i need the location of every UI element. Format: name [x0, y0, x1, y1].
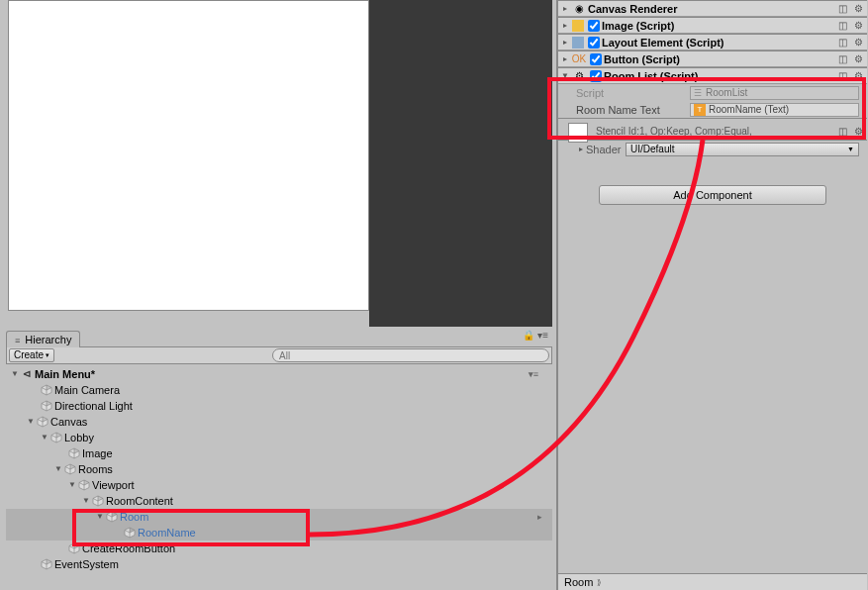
- shader-row: ▸ Shader UI/Default ▼: [558, 141, 867, 157]
- hierarchy-item-image[interactable]: Image: [6, 445, 552, 461]
- gear-icon[interactable]: ⚙: [851, 36, 865, 49]
- component-room-list[interactable]: ▼ ⚙ Room List (Script) ◫ ⚙: [558, 67, 867, 84]
- create-dropdown[interactable]: Create ▾: [9, 348, 54, 362]
- inspector-breadcrumb[interactable]: Room ⟫: [558, 573, 867, 590]
- gear-icon[interactable]: ⚙: [851, 52, 865, 66]
- image-component-icon: [572, 20, 584, 32]
- item-label: RoomName: [138, 525, 196, 541]
- gameobject-icon: [105, 511, 118, 523]
- hierarchy-item-rooms[interactable]: ▼ Rooms: [6, 461, 552, 477]
- component-enable-checkbox[interactable]: [588, 37, 600, 49]
- help-icon[interactable]: ◫: [835, 125, 849, 139]
- gameobject-icon: [63, 463, 76, 475]
- component-title: Room List (Script): [604, 70, 835, 82]
- preview-canvas-dark: [369, 0, 552, 327]
- hierarchy-item-room[interactable]: ▼ Room ▸: [6, 509, 552, 525]
- hierarchy-item-roomname[interactable]: RoomName: [6, 525, 552, 541]
- component-enable-checkbox[interactable]: [590, 70, 602, 82]
- script-asset-icon: ☰: [694, 88, 706, 98]
- hierarchy-item-createroombutton[interactable]: CreateRoomButton: [6, 541, 552, 556]
- hierarchy-item-viewport[interactable]: ▼ Viewport: [6, 477, 552, 493]
- foldout-icon[interactable]: ▼: [67, 477, 77, 493]
- component-button[interactable]: ▸ OK Button (Script) ◫ ⚙: [558, 50, 867, 67]
- component-layout-element[interactable]: ▸ Layout Element (Script) ◫ ⚙: [558, 34, 867, 50]
- scene-row[interactable]: ▼ ⊲ Main Menu* ▾≡: [6, 366, 552, 382]
- gear-icon[interactable]: ⚙: [851, 125, 865, 139]
- hierarchy-tab[interactable]: ≡ Hierarchy: [6, 331, 80, 347]
- foldout-icon[interactable]: ▸: [576, 145, 586, 153]
- foldout-icon[interactable]: ▼: [26, 414, 36, 430]
- foldout-icon[interactable]: ▸: [560, 4, 570, 13]
- foldout-icon[interactable]: ▼: [560, 71, 570, 80]
- hierarchy-search-input[interactable]: [272, 348, 549, 362]
- gameobject-icon: [123, 527, 136, 539]
- help-icon[interactable]: ◫: [835, 52, 849, 66]
- component-canvas-renderer[interactable]: ▸ ◉ Canvas Renderer ◫ ⚙: [558, 0, 867, 17]
- item-label: Room: [120, 509, 148, 525]
- gameobject-icon: [91, 495, 104, 507]
- item-label: Viewport: [92, 477, 135, 493]
- help-icon[interactable]: ◫: [835, 36, 849, 49]
- gameobject-icon: [36, 416, 48, 428]
- hierarchy-tree: ▼ ⊲ Main Menu* ▾≡ Main Camera Directiona…: [6, 364, 552, 572]
- foldout-icon[interactable]: ▼: [10, 366, 20, 382]
- gameobject-icon: [40, 400, 52, 412]
- script-field[interactable]: ☰ RoomList: [690, 86, 859, 100]
- component-title: Canvas Renderer: [588, 3, 835, 15]
- gameobject-icon: [40, 384, 52, 396]
- room-name-text-value: RoomName (Text): [709, 104, 789, 115]
- shader-dropdown[interactable]: UI/Default ▼: [626, 143, 859, 156]
- gear-icon[interactable]: ⚙: [851, 2, 865, 16]
- add-component-label: Add Component: [673, 189, 752, 201]
- context-arrow-icon[interactable]: ▸: [537, 509, 542, 525]
- button-component-icon: OK: [572, 52, 586, 66]
- component-title: Layout Element (Script): [602, 37, 835, 49]
- script-value: RoomList: [706, 87, 747, 98]
- help-icon[interactable]: ◫: [835, 69, 849, 83]
- item-label: Rooms: [78, 461, 113, 477]
- foldout-icon[interactable]: ▼: [95, 509, 105, 525]
- hierarchy-item-directional-light[interactable]: Directional Light: [6, 398, 552, 414]
- hierarchy-item-main-camera[interactable]: Main Camera: [6, 382, 552, 398]
- hierarchy-tab-label: Hierarchy: [25, 334, 71, 345]
- foldout-icon[interactable]: ▸: [560, 21, 570, 30]
- dropdown-arrow-icon: ▾: [46, 349, 49, 361]
- property-script: Script ☰ RoomList: [558, 84, 867, 101]
- component-enable-checkbox[interactable]: [588, 20, 600, 32]
- foldout-icon[interactable]: ▼: [40, 430, 49, 445]
- material-description-row[interactable]: Stencil Id:1, Op:Keep, Comp:Equal, ◫ ⚙: [558, 123, 867, 140]
- component-image[interactable]: ▸ Image (Script) ◫ ⚙: [558, 17, 867, 34]
- layout-element-icon: [572, 37, 584, 49]
- foldout-icon[interactable]: ▼: [81, 493, 91, 509]
- item-label: Lobby: [64, 430, 94, 445]
- gameobject-icon: [67, 542, 80, 554]
- hierarchy-item-roomcontent[interactable]: ▼ RoomContent: [6, 493, 552, 509]
- shader-value: UI/Default: [630, 144, 674, 154]
- component-enable-checkbox[interactable]: [590, 53, 602, 65]
- hierarchy-item-canvas[interactable]: ▼ Canvas: [6, 414, 552, 430]
- hierarchy-item-lobby[interactable]: ▼ Lobby: [6, 430, 552, 445]
- gear-icon[interactable]: ⚙: [851, 19, 865, 33]
- help-icon[interactable]: ◫: [835, 19, 849, 33]
- room-name-text-field[interactable]: T RoomName (Text): [690, 103, 859, 117]
- component-title: Image (Script): [602, 20, 835, 32]
- help-icon[interactable]: ◫: [835, 2, 849, 16]
- context-arrow-icon[interactable]: ▾≡: [529, 366, 538, 382]
- panel-controls[interactable]: 🔒 ▾≡: [523, 330, 552, 341]
- item-label: Directional Light: [54, 398, 133, 414]
- gear-icon[interactable]: ⚙: [851, 69, 865, 83]
- text-asset-icon: T: [694, 104, 706, 116]
- item-label: Canvas: [50, 414, 87, 430]
- item-label: Main Camera: [54, 382, 120, 398]
- material-description: Stencil Id:1, Op:Keep, Comp:Equal,: [596, 126, 752, 137]
- gameobject-icon: [40, 558, 52, 570]
- preview-canvas-white: [8, 0, 369, 311]
- scene-name: Main Menu*: [35, 366, 95, 382]
- foldout-icon[interactable]: ▸: [560, 38, 570, 47]
- script-component-icon: ⚙: [572, 69, 586, 83]
- add-component-button[interactable]: Add Component: [599, 185, 826, 205]
- item-label: RoomContent: [106, 493, 173, 509]
- hierarchy-item-eventsystem[interactable]: EventSystem: [6, 556, 552, 572]
- foldout-icon[interactable]: ▸: [560, 54, 570, 63]
- foldout-icon[interactable]: ▼: [53, 461, 63, 477]
